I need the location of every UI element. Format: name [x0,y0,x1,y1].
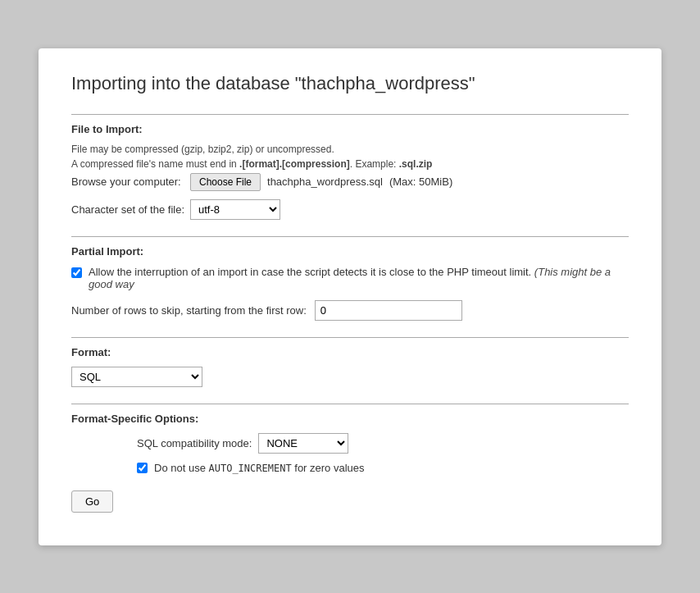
format-title: Format: [71,346,629,358]
browse-label: Browse your computer: [71,176,190,188]
partial-import-section: Partial Import: Allow the interruption o… [71,236,629,321]
auto-inc-checkbox[interactable] [137,463,148,473]
auto-inc-row: Do not use AUTO_INCREMENT for zero value… [71,462,629,474]
interruption-checkbox[interactable] [71,267,82,278]
format-select[interactable]: SQL CSV CSV using LOAD DATA MediaWiki Ta… [71,367,202,387]
auto-inc-code: AUTO_INCREMENT [209,463,292,474]
file-desc-line2: A compressed file's name must end in .[f… [71,158,629,170]
file-name-display: thachpha_wordpress.sql [267,176,383,188]
file-desc-suffix: . Example: [350,158,399,170]
page-title: Importing into the database "thachpha_wo… [71,73,629,94]
browse-row: Browse your computer: Choose File thachp… [71,173,629,191]
partial-import-title: Partial Import: [71,245,629,258]
interruption-row: Allow the interruption of an import in c… [71,266,629,290]
compat-select[interactable]: NONE ANSI DB2 MAXDB MYSQL323 MYSQL40 MSS… [258,433,348,454]
file-import-section: File to Import: File may be compressed (… [71,114,629,220]
skip-rows-label: Number of rows to skip, starting from th… [71,304,307,317]
charset-select[interactable]: utf-8 latin1 utf-16 ascii [190,199,280,220]
file-desc-ext: .[format].[compression] [239,158,350,170]
format-section: Format: SQL CSV CSV using LOAD DATA Medi… [71,337,629,387]
skip-rows-input[interactable] [315,300,462,321]
format-specific-title: Format-Specific Options: [71,413,629,425]
file-desc-line1: File may be compressed (gzip, bzip2, zip… [71,144,629,155]
go-button[interactable]: Go [71,490,113,513]
file-import-title: File to Import: [71,123,629,135]
skip-rows-row: Number of rows to skip, starting from th… [71,300,629,321]
max-size-label: (Max: 50MiB) [389,176,452,188]
main-card: Importing into the database "thachpha_wo… [39,48,661,545]
charset-row: Character set of the file: utf-8 latin1 … [71,199,629,220]
interruption-label: Allow the interruption of an import in c… [89,266,629,290]
compat-row: SQL compatibility mode: NONE ANSI DB2 MA… [71,433,629,454]
format-specific-section: Format-Specific Options: SQL compatibili… [71,404,629,474]
auto-inc-label: Do not use AUTO_INCREMENT for zero value… [154,462,365,474]
charset-label: Character set of the file: [71,203,190,216]
file-desc-prefix: A compressed file's name must end in [71,158,239,170]
file-desc-example: .sql.zip [399,158,433,170]
choose-file-button[interactable]: Choose File [190,173,261,191]
compat-label: SQL compatibility mode: [137,437,252,449]
